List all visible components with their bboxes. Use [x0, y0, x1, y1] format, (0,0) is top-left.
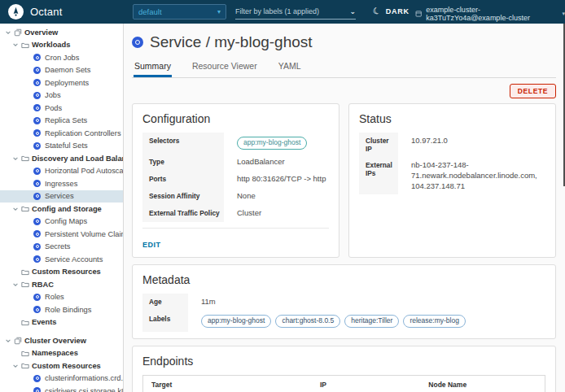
sidebar-item-label: Custom Resources	[32, 362, 101, 370]
sidebar-item-label: Ingresses	[45, 180, 77, 188]
sidebar-item-label: Overview	[24, 28, 58, 37]
namespace-value: default	[138, 7, 162, 16]
edit-link[interactable]: EDIT	[142, 241, 161, 249]
resource-icon	[33, 193, 41, 200]
cluster-context-label: example-cluster-ka3TuTzYo4a@example-clus…	[426, 6, 558, 22]
sidebar-item-custom-resources[interactable]: Custom Resources	[0, 266, 123, 279]
sidebar-item-label: Role Bindings	[45, 306, 91, 314]
sidebar-item-label: Daemon Sets	[45, 66, 90, 74]
sidebar-item-label: Pods	[45, 104, 62, 112]
sidebar-item-roles[interactable]: Roles	[0, 291, 123, 304]
summary-row: Labelsapp:my-blog-ghostchart:ghost-8.0.5…	[142, 311, 545, 332]
sidebar-item-secrets[interactable]: Secrets	[0, 241, 123, 254]
chevron-down-icon[interactable]	[5, 338, 14, 344]
sidebar-item-cluster-overview[interactable]: Cluster Overview	[0, 334, 123, 347]
summary-row-value: LoadBalancer	[224, 154, 329, 171]
resource-icon	[33, 294, 41, 301]
folder-icon	[21, 319, 32, 326]
summary-row-value: None	[224, 188, 329, 205]
namespace-select[interactable]: default ▾	[133, 4, 226, 20]
sidebar-item-overview[interactable]: Overview	[0, 26, 123, 39]
sidebar-item-replication-controllers[interactable]: Replication Controllers	[0, 127, 123, 140]
sidebar-item-events[interactable]: Events	[0, 316, 123, 329]
chevron-down-icon[interactable]	[12, 281, 21, 288]
sidebar-item-role-bindings[interactable]: Role Bindings	[0, 303, 123, 316]
sidebar-item-custom-resources[interactable]: Custom Resources	[0, 359, 123, 372]
theme-toggle[interactable]: ☾ DARK	[373, 6, 410, 16]
summary-row-value: 10.97.21.0	[398, 133, 545, 157]
resource-icon	[33, 375, 41, 382]
sidebar-item-services[interactable]: Services	[0, 190, 123, 203]
metadata-title: Metadata	[142, 273, 545, 286]
sidebar-item-label: Jobs	[45, 91, 61, 99]
sidebar-navigation: OverviewWorkloadsCron JobsDaemon SetsDep…	[0, 24, 124, 392]
chevron-down-icon[interactable]	[5, 29, 14, 36]
resource-icon	[33, 168, 41, 175]
sidebar-item-csidrivers-csi-storage-k8s-io[interactable]: csidrivers.csi.storage.k8s.io	[0, 385, 123, 392]
sidebar-item-clusterinformations-crd-projec[interactable]: clusterinformations.crd.projec	[0, 372, 123, 385]
chevron-down-icon: ⌄	[349, 7, 356, 15]
summary-row-label: External Traffic Policy	[142, 205, 224, 222]
summary-row: External Traffic PolicyCluster	[142, 205, 329, 222]
sidebar-item-service-accounts[interactable]: Service Accounts	[0, 253, 123, 266]
summary-row-label: Age	[142, 294, 188, 311]
delete-button[interactable]: DELETE	[510, 84, 556, 98]
tab-yaml[interactable]: YAML	[278, 59, 302, 77]
resource-icon	[33, 306, 41, 313]
sidebar-item-replica-sets[interactable]: Replica Sets	[0, 115, 123, 128]
sidebar-item-jobs[interactable]: Jobs	[0, 89, 123, 102]
sidebar-item-namespaces[interactable]: Namespaces	[0, 347, 123, 360]
label-chip: heritage:Tiller	[344, 315, 399, 328]
sidebar-item-label: Discovery and Load Balancing	[32, 155, 123, 163]
sidebar-item-daemon-sets[interactable]: Daemon Sets	[0, 64, 123, 77]
tab-resource-viewer[interactable]: Resource Viewer	[191, 59, 258, 77]
chevron-down-icon[interactable]	[12, 41, 21, 48]
app-logo[interactable]: Octant	[8, 4, 63, 20]
sidebar-item-rbac[interactable]: RBAC	[0, 278, 123, 291]
folder-icon	[21, 205, 32, 212]
summary-row: Portshttp 80:31626/TCP -> http	[142, 171, 329, 188]
summary-row-value: Cluster	[224, 205, 329, 222]
sidebar-item-label: Replication Controllers	[45, 129, 121, 137]
chevron-down-icon[interactable]	[12, 363, 21, 369]
endpoints-column-header: Target	[143, 376, 312, 392]
page-title: Service / my-blog-ghost	[132, 33, 556, 51]
sidebar-item-config-and-storage[interactable]: Config and Storage	[0, 203, 123, 216]
chevron-down-icon[interactable]	[12, 206, 21, 212]
octant-logo-icon	[8, 4, 24, 20]
theme-toggle-label: DARK	[386, 7, 410, 15]
sidebar-item-ingresses[interactable]: Ingresses	[0, 177, 123, 190]
folder-icon	[21, 41, 32, 49]
overview-icon	[14, 28, 24, 37]
sidebar-item-label: Namespaces	[32, 349, 78, 357]
sidebar-item-stateful-sets[interactable]: Stateful Sets	[0, 140, 123, 153]
sidebar-item-deployments[interactable]: Deployments	[0, 76, 123, 89]
sidebar-item-discovery-and-load-balancing[interactable]: Discovery and Load Balancing	[0, 152, 123, 165]
app-body: OverviewWorkloadsCron JobsDaemon SetsDep…	[0, 24, 565, 392]
sidebar-item-workloads[interactable]: Workloads	[0, 39, 123, 52]
resource-icon	[33, 79, 41, 86]
service-icon	[132, 37, 143, 48]
tab-summary[interactable]: Summary	[134, 59, 172, 77]
label-filter-input[interactable]: Filter by labels (1 applied) ⌄	[235, 3, 356, 20]
tab-bar: SummaryResource ViewerYAML	[132, 59, 556, 78]
sidebar-item-horizontal-pod-autoscalers[interactable]: Horizontal Pod Autoscalers	[0, 165, 123, 178]
sidebar-item-label: Secrets	[45, 242, 71, 250]
sidebar-item-pods[interactable]: Pods	[0, 102, 123, 115]
sidebar-item-cron-jobs[interactable]: Cron Jobs	[0, 51, 123, 64]
configuration-summary: Selectorsapp:my-blog-ghostTypeLoadBalanc…	[142, 133, 329, 222]
summary-row: Cluster IP10.97.21.0	[359, 133, 545, 157]
metadata-card: Metadata Age11mLabelsapp:my-blog-ghostch…	[132, 264, 556, 339]
cluster-context-menu[interactable]: example-cluster-ka3TuTzYo4a@example-clus…	[415, 6, 565, 22]
sidebar-tree: OverviewWorkloadsCron JobsDaemon SetsDep…	[0, 26, 123, 392]
endpoints-table: TargetIPNode Name my-blog-ghost-77df85c6…	[142, 375, 545, 392]
sidebar-item-label: Replica Sets	[45, 116, 87, 124]
endpoints-column-header: Node Name	[420, 376, 545, 392]
sidebar-item-label: Deployments	[45, 79, 89, 87]
sidebar-item-label: csidrivers.csi.storage.k8s.io	[45, 387, 123, 392]
sidebar-item-persistent-volume-claims[interactable]: Persistent Volume Claims	[0, 228, 123, 241]
chevron-down-icon[interactable]	[12, 155, 21, 162]
label-chip: app:my-blog-ghost	[237, 137, 307, 150]
resource-icon	[33, 67, 41, 74]
sidebar-item-config-maps[interactable]: Config Maps	[0, 216, 123, 229]
